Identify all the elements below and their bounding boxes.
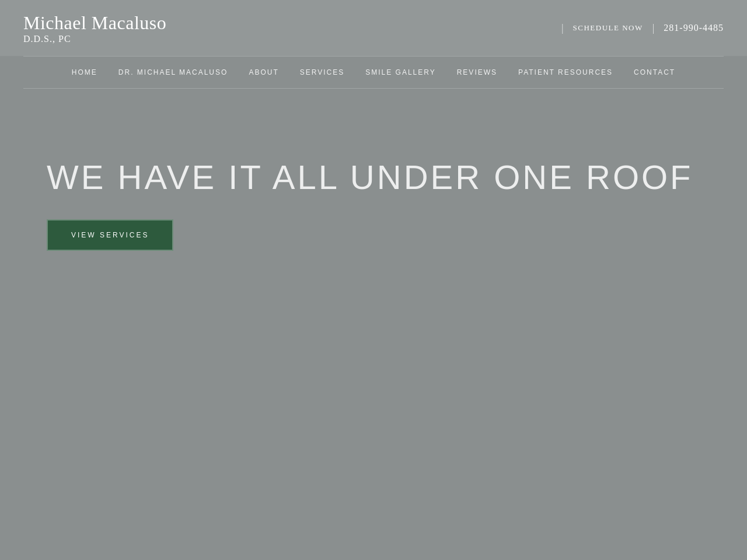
phone-number: 281-990-4485 [664, 23, 724, 33]
nav-item-services[interactable]: SERVICES [300, 68, 344, 76]
nav-item-about[interactable]: ABOUT [249, 68, 278, 76]
nav-item-contact[interactable]: CONTACT [634, 68, 675, 76]
nav-item-patient-resources[interactable]: PATIENT RESOURCES [518, 68, 613, 76]
logo-name: Michael Macaluso [23, 12, 166, 34]
logo: Michael Macaluso D.D.S., PC [23, 12, 166, 44]
nav-item-home[interactable]: HOME [72, 68, 97, 76]
main-nav: HOMEDR. MICHAEL MACALUSOABOUTSERVICESSMI… [23, 56, 724, 89]
header-right: | SCHEDULE NOW | 281-990-4485 [552, 22, 724, 34]
view-services-button[interactable]: VIEW SERVICES [47, 219, 173, 251]
logo-subtitle: D.D.S., PC [23, 34, 166, 44]
schedule-now-link[interactable]: SCHEDULE NOW [573, 23, 643, 33]
hero-heading: WE HAVE IT ALL UNDER ONE ROOF [47, 159, 700, 196]
hero-section: WE HAVE IT ALL UNDER ONE ROOF VIEW SERVI… [0, 159, 747, 251]
header: Michael Macaluso D.D.S., PC | SCHEDULE N… [0, 0, 747, 56]
divider-left: | [561, 22, 564, 34]
nav-item-dr-michael-macaluso[interactable]: DR. MICHAEL MACALUSO [118, 68, 228, 76]
divider-right: | [652, 22, 655, 34]
nav-item-smile-gallery[interactable]: SMILE GALLERY [365, 68, 436, 76]
nav-item-reviews[interactable]: REVIEWS [457, 68, 497, 76]
